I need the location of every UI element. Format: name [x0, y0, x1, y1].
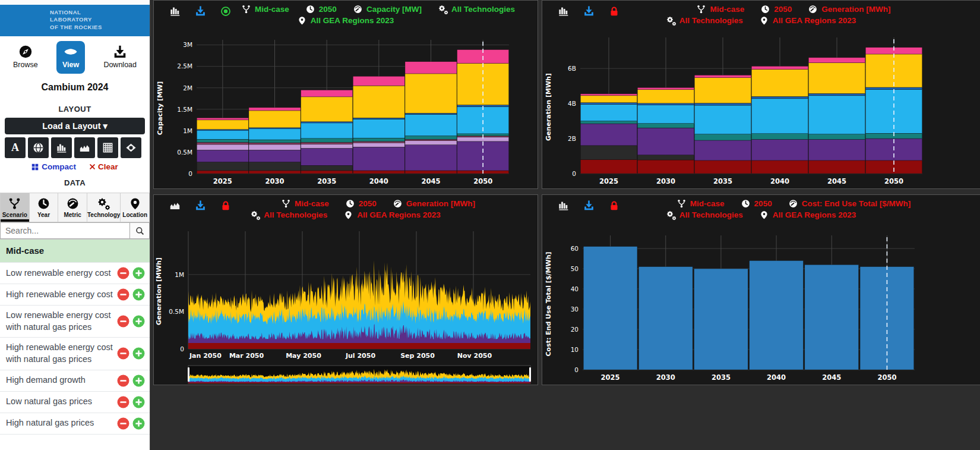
svg-text:4B: 4B: [568, 100, 576, 107]
clock-icon: [37, 197, 50, 210]
capacity-chart[interactable]: 00.5M1M1.5M2M2.5M3M202520302035204020452…: [154, 34, 536, 190]
data-tab-location[interactable]: Location: [121, 193, 150, 222]
remove-scenario-button[interactable]: [117, 417, 129, 430]
scenario-row-actions: [117, 315, 145, 328]
data-tab-label: Year: [37, 212, 50, 218]
remove-scenario-button[interactable]: [117, 396, 129, 408]
metric-chip[interactable]: Generation [MWh]: [393, 199, 475, 208]
gears-icon: [666, 16, 675, 25]
bar-chart-layout-button[interactable]: [51, 137, 72, 158]
svg-text:Generation [MWh]: Generation [MWh]: [155, 257, 163, 325]
download-icon[interactable]: [195, 200, 206, 211]
record-icon[interactable]: [220, 6, 231, 17]
remove-scenario-button[interactable]: [117, 288, 129, 301]
year-chip[interactable]: 2050: [761, 5, 792, 14]
svg-text:Jan 2050: Jan 2050: [189, 352, 222, 360]
svg-text:0.5M: 0.5M: [169, 308, 184, 315]
search-button[interactable]: [129, 222, 150, 239]
year-chip[interactable]: 2050: [741, 199, 772, 208]
gauge-icon: [393, 199, 402, 208]
scenario-chip[interactable]: Mid-case: [677, 199, 725, 208]
add-scenario-button[interactable]: [132, 396, 145, 408]
hourly-generation-chart[interactable]: 00.5M1MJan 2050Mar 2050May 2050Jul 2050S…: [154, 229, 536, 386]
year-chip[interactable]: 2050: [346, 199, 377, 208]
bar-chart-type-icon[interactable]: [169, 5, 181, 17]
svg-text:50: 50: [571, 265, 578, 272]
tab-browse[interactable]: Browse: [7, 41, 44, 74]
location-chip[interactable]: All GEA Regions 2023: [760, 16, 856, 25]
layout-icon-buttons: A: [5, 137, 145, 158]
tab-download[interactable]: Download: [97, 41, 143, 74]
chart-grid: Mid-case 2050 Capacity [MW] All Technolo…: [150, 0, 980, 450]
plus-circle-icon: [132, 347, 145, 360]
location-chip[interactable]: All GEA Regions 2023: [760, 210, 856, 219]
generation-chart[interactable]: 02B4B6B202520302035204020452050Generatio…: [542, 34, 979, 190]
clear-button[interactable]: Clear: [89, 162, 118, 171]
dataset-title: Cambium 2024: [0, 82, 150, 93]
compact-button[interactable]: Compact: [31, 162, 76, 171]
lock-icon[interactable]: [609, 200, 619, 211]
area-chart-type-icon[interactable]: [169, 200, 181, 211]
add-scenario-button[interactable]: [132, 347, 145, 360]
gauge-icon: [789, 199, 798, 208]
bar-chart-type-icon[interactable]: [558, 5, 569, 17]
year-chip[interactable]: 2050: [306, 5, 337, 14]
svg-text:2B: 2B: [568, 135, 576, 142]
download-icon[interactable]: [583, 5, 595, 17]
add-scenario-button[interactable]: [132, 288, 145, 301]
location-chip[interactable]: All GEA Regions 2023: [344, 210, 441, 219]
technology-chip[interactable]: All Technologies: [438, 5, 515, 14]
scenario-chip[interactable]: Mid-case: [282, 199, 329, 208]
add-scenario-button[interactable]: [132, 417, 145, 430]
svg-text:2035: 2035: [713, 177, 732, 185]
download-icon[interactable]: [195, 5, 206, 17]
technology-chip[interactable]: All Technologies: [666, 210, 743, 219]
scenario-row: High natural gas prices: [0, 413, 150, 435]
scenario-label: Low renewable energy cost: [6, 268, 117, 279]
add-scenario-button[interactable]: [132, 375, 145, 387]
remove-scenario-button[interactable]: [117, 315, 129, 328]
svg-text:2035: 2035: [712, 373, 731, 382]
technology-chip[interactable]: All Technologies: [251, 210, 327, 219]
svg-text:Cost: End Use Total [$/MWh]: Cost: End Use Total [$/MWh]: [545, 252, 552, 357]
map-layout-button[interactable]: [121, 137, 141, 158]
data-tab-technology[interactable]: Technology: [87, 193, 121, 222]
data-tab-scenario[interactable]: Scenario: [0, 193, 30, 222]
svg-text:Sep 2050: Sep 2050: [400, 352, 435, 360]
area-chart-layout-button[interactable]: [74, 137, 95, 158]
add-scenario-button[interactable]: [132, 267, 145, 279]
data-tab-metric[interactable]: Metric: [58, 193, 87, 222]
technology-chip[interactable]: All Technologies: [666, 16, 743, 25]
search-input[interactable]: [0, 222, 129, 239]
tab-view[interactable]: View: [56, 41, 85, 74]
scenario-row: Low natural gas prices: [0, 392, 150, 413]
tab-browse-label: Browse: [13, 61, 38, 69]
lock-icon[interactable]: [220, 200, 231, 211]
grid-layout-button[interactable]: [97, 137, 118, 158]
metric-chip[interactable]: Cost: End Use Total [$/MWh]: [789, 199, 911, 208]
data-tab-label: Location: [122, 212, 147, 218]
add-scenario-button[interactable]: [132, 315, 145, 328]
gears-icon: [666, 210, 675, 219]
compact-label: Compact: [42, 162, 76, 171]
remove-scenario-button[interactable]: [117, 267, 129, 279]
location-chip[interactable]: All GEA Regions 2023: [298, 16, 394, 25]
load-layout-button[interactable]: Load a Layout ▾: [5, 118, 145, 134]
clock-icon: [761, 5, 770, 14]
scenario-chip[interactable]: Mid-case: [242, 5, 289, 14]
remove-scenario-button[interactable]: [117, 375, 129, 387]
scenario-chip[interactable]: Mid-case: [697, 5, 744, 14]
download-icon[interactable]: [583, 200, 595, 211]
globe-layout-button[interactable]: [28, 137, 49, 158]
bar-chart-type-icon[interactable]: [558, 200, 569, 211]
metric-chip[interactable]: Capacity [MW]: [353, 5, 422, 14]
cost-chart[interactable]: 0102030405060202520302035204020452050Cos…: [542, 229, 979, 386]
remove-scenario-button[interactable]: [117, 347, 129, 360]
tab-view-label: View: [62, 61, 79, 69]
data-tab-year[interactable]: Year: [30, 193, 59, 222]
text-layout-button[interactable]: A: [5, 137, 26, 158]
metric-chip[interactable]: Generation [MWh]: [808, 5, 890, 14]
area-chart-icon: [79, 142, 90, 153]
lock-icon[interactable]: [609, 6, 619, 17]
minus-circle-icon: [117, 417, 129, 430]
